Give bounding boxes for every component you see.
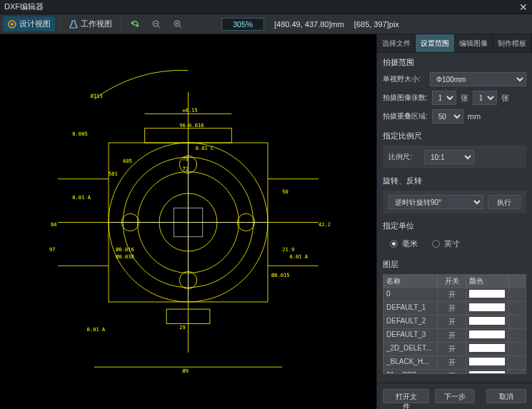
tab-make-template[interactable]: 制作模板 [493, 34, 532, 52]
svg-text:97: 97 [49, 246, 56, 253]
unit-mm-label: 毫米 [402, 238, 418, 249]
svg-text:0.005: 0.005 [72, 131, 87, 137]
tab-set-range[interactable]: 设置范围 [416, 34, 454, 52]
layer-row[interactable]: _BLACK_H...开 [383, 355, 526, 369]
zoom-in-button[interactable] [169, 17, 187, 31]
open-file-button[interactable]: 打开文件 [383, 389, 429, 403]
zoom-out-button[interactable] [147, 17, 166, 31]
unit-inch-radio[interactable]: 英寸 [432, 238, 460, 249]
svg-text:581: 581 [109, 171, 118, 177]
layer-switch[interactable]: 开 [438, 356, 466, 369]
execute-button[interactable]: 执行 [488, 195, 521, 209]
scale-select[interactable]: 10:1 [424, 150, 474, 164]
tab-select-file[interactable]: 选择文件 [377, 34, 416, 52]
count-label: 拍摄图像张数: [383, 93, 428, 103]
zoom-level[interactable]: 305% [221, 18, 264, 31]
layer-row[interactable]: _2D_DELET...开 [383, 342, 526, 355]
layer-name: DEFAULT_3 [383, 329, 438, 342]
scale-section: 指定比例尺 比例尺: 10:1 [383, 131, 526, 168]
layer-switch[interactable]: 开 [438, 315, 466, 328]
work-view-label: 工作视图 [81, 19, 112, 29]
col-name: 名称 [383, 275, 438, 288]
cad-canvas[interactable]: ±0.15 96-0.016 84 42.2 Ø9 Ø113 0.005 0.0… [0, 34, 376, 409]
svg-text:Ø113: Ø113 [91, 93, 103, 99]
layer-color[interactable] [466, 356, 509, 369]
cancel-button[interactable]: 取消 [486, 389, 526, 403]
capture-range-section: 拍摄范围 单视野大小: Φ100mm 拍摄图像张数: 1 张 1 张 拍摄重叠区… [383, 57, 526, 123]
layer-row[interactable]: DEFAULT_3开 [383, 328, 526, 342]
svg-text:±0.15: ±0.15 [182, 107, 197, 113]
svg-text:42.2: 42.2 [318, 221, 331, 228]
cad-drawing: ±0.15 96-0.016 84 42.2 Ø9 Ø113 0.005 0.0… [0, 34, 376, 409]
tab-edit-image[interactable]: 编辑图像 [455, 34, 493, 52]
layer-switch[interactable]: 开 [438, 288, 466, 301]
layer-color[interactable] [466, 329, 509, 342]
layer-color[interactable] [466, 370, 509, 373]
unit-section: 指定单位 毫米 英寸 [383, 221, 526, 252]
layer-name: 0 [383, 288, 438, 301]
panel-body: 拍摄范围 单视野大小: Φ100mm 拍摄图像张数: 1 张 1 张 拍摄重叠区… [377, 53, 532, 383]
divider [59, 18, 60, 31]
refresh-button[interactable] [126, 17, 144, 31]
layer-row[interactable]: 01__PRT_...开 [383, 369, 526, 373]
fov-select[interactable]: Φ100mm [430, 72, 526, 86]
layer-color[interactable] [466, 343, 509, 355]
rotate-section: 旋转、反转 逆时针旋转90° 执行 [383, 176, 526, 213]
layers-section: 图层 名称 开关 颜色 0开DEFAULT_1开DEFAULT_2开DEFAUL… [383, 259, 526, 374]
col-color: 颜色 [466, 275, 509, 288]
overlap-select[interactable]: 50 [432, 109, 463, 123]
tab-bar: 选择文件 设置范围 编辑图像 制作模板 [377, 34, 532, 53]
rotate-select[interactable]: 逆时针旋转90° [388, 195, 483, 209]
next-button[interactable]: 下一步 [435, 389, 475, 403]
capture-range-title: 拍摄范围 [383, 57, 526, 68]
layers-title: 图层 [383, 259, 526, 270]
svg-text:96-0.016: 96-0.016 [179, 122, 204, 128]
count-y-select[interactable]: 1 [473, 91, 497, 105]
svg-text:29: 29 [179, 324, 186, 330]
layer-switch[interactable]: 开 [438, 343, 466, 355]
svg-text:Ø9: Ø9 [182, 368, 189, 374]
count-x-select[interactable]: 1 [432, 91, 456, 105]
svg-text:Ø0.038: Ø0.038 [116, 253, 134, 260]
layer-name: DEFAULT_1 [383, 302, 438, 315]
layer-table-body[interactable]: 0开DEFAULT_1开DEFAULT_2开DEFAULT_3开_2D_DELE… [383, 288, 526, 373]
svg-text:21.9: 21.9 [282, 246, 294, 253]
divider [121, 18, 121, 31]
layer-row[interactable]: DEFAULT_1开 [383, 301, 526, 315]
layer-color[interactable] [466, 288, 509, 301]
layer-row[interactable]: DEFAULT_2开 [383, 315, 526, 328]
refresh-icon [130, 19, 140, 29]
layer-color[interactable] [466, 302, 509, 315]
target-icon [7, 19, 17, 29]
work-view-button[interactable]: 工作视图 [64, 16, 116, 31]
coord-mm: [480.49, 437.80]mm [274, 20, 344, 29]
svg-text:Ø0.016: Ø0.016 [116, 246, 134, 253]
unit-mm-radio[interactable]: 毫米 [390, 238, 418, 249]
layer-switch[interactable]: 开 [438, 302, 466, 315]
toolbar: 设计视图 工作视图 305% [480.49, 437.80]mm [685, … [0, 14, 532, 34]
scale-label: 比例尺: [388, 152, 420, 162]
layer-switch[interactable]: 开 [438, 370, 466, 373]
count-y-unit: 张 [501, 93, 509, 103]
unit-inch-label: 英寸 [444, 238, 460, 249]
layer-row[interactable]: 0开 [383, 288, 526, 301]
layer-color[interactable] [466, 315, 509, 328]
svg-text:0.01  A: 0.01 A [72, 194, 91, 201]
window-title: DXF编辑器 [4, 1, 519, 12]
layer-switch[interactable]: 开 [438, 329, 466, 342]
overlap-unit: mm [468, 112, 481, 121]
overlap-label: 拍摄重叠区域: [383, 111, 428, 121]
flask-icon [69, 19, 79, 29]
layer-table: 名称 开关 颜色 0开DEFAULT_1开DEFAULT_2开DEFAULT_3… [383, 274, 526, 374]
scale-title: 指定比例尺 [383, 131, 526, 141]
layer-name: 01__PRT_... [383, 370, 438, 373]
svg-text:72: 72 [182, 166, 189, 172]
footer: 打开文件 下一步 取消 [377, 383, 532, 409]
layer-name: _2D_DELET... [383, 343, 438, 355]
svg-text:Ø0.015: Ø0.015 [271, 272, 290, 278]
design-view-button[interactable]: 设计视图 [3, 16, 55, 31]
close-icon[interactable]: ✕ [519, 1, 528, 13]
radio-on-icon [390, 240, 398, 248]
svg-text:685: 685 [123, 158, 132, 164]
svg-text:0.01  A: 0.01 A [289, 253, 308, 260]
